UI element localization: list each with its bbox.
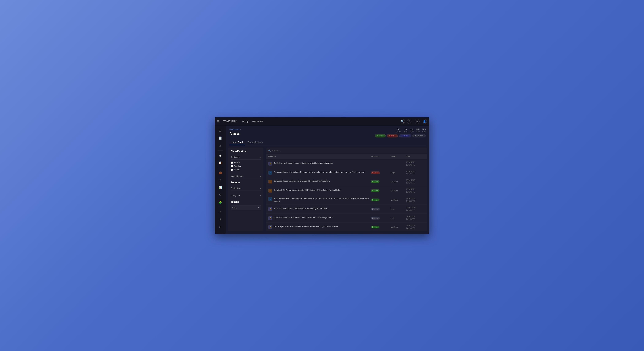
- sidebar-gear-icon[interactable]: ⚙: [217, 192, 223, 198]
- sentiment-cell: Bullish: [371, 198, 391, 201]
- impact-cell: Low: [391, 208, 406, 210]
- sidebar-hashtag-icon[interactable]: #: [217, 177, 223, 183]
- tokens-filter-dropdown[interactable]: Filter ▾: [230, 205, 261, 210]
- neutral-label: Neutral: [234, 168, 240, 171]
- headline-cell: ◈ Amid market sell-off triggered by Deep…: [268, 197, 371, 202]
- sentiment-filters: BULLISH BEARISH HI-IMPACT EX-MAJORS: [375, 134, 426, 137]
- bullish-label: Bullish: [234, 161, 240, 164]
- filter-bearish[interactable]: BEARISH: [387, 134, 398, 137]
- hamburger-menu[interactable]: ☰: [217, 120, 220, 123]
- sidebar-send-icon[interactable]: ➤: [217, 224, 223, 230]
- bearish-checkbox-item[interactable]: Bearish: [230, 164, 261, 168]
- market-impact-label: Market Impact: [230, 175, 243, 177]
- time-filter-90d[interactable]: 90D QTD: [416, 128, 420, 133]
- sidebar-file-icon[interactable]: 📄: [217, 135, 223, 141]
- filter-bullish[interactable]: BULLISH: [375, 134, 386, 137]
- content-header: Dashboard / News 1D TODAY 7D: [226, 126, 429, 145]
- date-cell: 28/01/202514:25 UTC: [406, 215, 424, 221]
- sentiment-badge: Bearish: [371, 171, 380, 174]
- publications-filter-group: Publications ▾: [230, 186, 261, 191]
- bullish-checkbox[interactable]: [230, 162, 233, 164]
- source-icon: ⚡: [268, 225, 272, 229]
- headline-text: Blockchain technology needs to become in…: [274, 162, 333, 164]
- headline-text: Dark Knight & Superman writer launches A…: [274, 225, 338, 228]
- date-cell: 28/01/202515:10 UTC: [406, 188, 424, 193]
- tokens-dropdown-chevron: ▾: [258, 206, 259, 209]
- sentiment-badge: Bullish: [371, 226, 380, 228]
- bearish-label: Bearish: [234, 165, 241, 167]
- dashboard-link[interactable]: Dashboard: [252, 120, 263, 123]
- top-nav: ☰ TOKENPRO Pricing Dashboard 🔍 ℹ ☀ 👤: [215, 117, 429, 126]
- categories-label: Categories: [230, 194, 240, 197]
- headline-text: Coinbase Receives Approval to Expand Ser…: [274, 180, 330, 182]
- header-right: 1D TODAY 7D WTD 30D MTD: [375, 128, 426, 137]
- date-cell: 28/01/202515:10 UTC: [406, 170, 424, 175]
- sentiment-filter-header[interactable]: Sentiment ▲: [230, 155, 261, 160]
- filter-ex-majors[interactable]: EX-MAJORS: [412, 134, 426, 137]
- table-row[interactable]: ⬡ CoinDesk 20 Performance Update: XRP Ga…: [266, 186, 427, 195]
- table-row[interactable]: ⚡ Blockchain technology needs to become …: [266, 159, 427, 168]
- impact-cell: Medium: [391, 189, 406, 192]
- neutral-checkbox[interactable]: [230, 169, 233, 171]
- sidebar-briefcase-icon[interactable]: 💼: [217, 170, 223, 176]
- headline-text: Sonic TVL rises 66% to $253M since rebra…: [274, 207, 328, 210]
- table-header: Headline Sentiment Impact Date: [266, 154, 427, 159]
- sidebar-divider-2: [218, 168, 223, 168]
- impact-cell: Medium: [391, 180, 406, 183]
- app-logo: TOKENPRO: [223, 120, 237, 123]
- source-icon: ⬡: [268, 180, 272, 183]
- categories-header[interactable]: Categories ▾: [230, 193, 261, 198]
- time-filter-30d[interactable]: 30D MTD: [410, 128, 414, 133]
- market-impact-filter-group: Market Impact ▾: [230, 174, 261, 179]
- publications-header[interactable]: Publications ▾: [230, 186, 261, 191]
- sentiment-badge: Bullish: [371, 198, 380, 201]
- source-icon: ⚡: [268, 162, 272, 166]
- time-filter-12m[interactable]: 12M YTD: [422, 128, 426, 133]
- sidebar-target-icon[interactable]: ◎: [217, 142, 223, 149]
- bullish-checkbox-item[interactable]: Bullish: [230, 161, 261, 164]
- market-impact-filter-header[interactable]: Market Impact ▾: [230, 174, 261, 179]
- sentiment-cell: Bullish: [371, 225, 391, 228]
- search-bar-icon: 🔍: [268, 149, 271, 152]
- table-row[interactable]: ⚡ OpenSea faces backlash over 'OS2' priv…: [266, 214, 427, 223]
- search-input[interactable]: [272, 149, 424, 152]
- tab-news-feed[interactable]: News Feed: [230, 140, 245, 145]
- brightness-icon[interactable]: ☀: [414, 119, 420, 124]
- sentiment-cell: Bullish: [371, 189, 391, 192]
- time-filter-7d[interactable]: 7D WTD: [404, 128, 408, 133]
- sentiment-chevron-up: ▲: [259, 156, 261, 158]
- sidebar-puzzle-icon[interactable]: 🧩: [217, 199, 223, 205]
- neutral-checkbox-item[interactable]: Neutral: [230, 168, 261, 171]
- impact-text: Low: [391, 217, 394, 219]
- time-filter-1d[interactable]: 1D TODAY: [396, 128, 401, 133]
- search-bar: 🔍: [266, 148, 427, 154]
- app-window: ☰ TOKENPRO Pricing Dashboard 🔍 ℹ ☀ 👤 ⊞ 📄…: [215, 117, 429, 234]
- source-icon: ⬡: [268, 189, 272, 193]
- sidebar-document-icon[interactable]: 📋: [217, 160, 223, 166]
- search-icon[interactable]: 🔍: [400, 119, 405, 124]
- headline-cell: ⬡ Coinbase Receives Approval to Expand S…: [268, 180, 371, 183]
- impact-text: Medium: [391, 199, 398, 201]
- info-icon[interactable]: ℹ: [407, 119, 412, 124]
- breadcrumb-link[interactable]: Dashboard: [230, 128, 239, 131]
- table-row[interactable]: ⬡ Coinbase Receives Approval to Expand S…: [266, 177, 427, 186]
- bearish-checkbox[interactable]: [230, 165, 233, 167]
- headline-cell: ⬡ CoinDesk 20 Performance Update: XRP Ga…: [268, 189, 371, 193]
- sentiment-cell: Neutral: [371, 208, 391, 210]
- publications-label: Publications: [230, 187, 241, 189]
- date-cell: 28/01/202515:10 UTC: [406, 161, 424, 166]
- sidebar-grid-icon[interactable]: ⊞: [217, 128, 223, 134]
- sidebar-dollar-icon[interactable]: $: [217, 216, 223, 223]
- pricing-link[interactable]: Pricing: [242, 120, 248, 123]
- sidebar-external-icon[interactable]: ↗: [217, 209, 223, 215]
- headline-cell: ⚡ Sonic TVL rises 66% to $253M since reb…: [268, 207, 371, 211]
- filter-hi-impact[interactable]: HI-IMPACT: [399, 134, 411, 137]
- user-icon[interactable]: 👤: [422, 119, 427, 124]
- table-row[interactable]: ◈ Amid market sell-off triggered by Deep…: [266, 195, 427, 204]
- sidebar-activity-icon[interactable]: ◉: [217, 152, 223, 158]
- sidebar-chart-icon[interactable]: 📊: [217, 184, 223, 191]
- table-row[interactable]: ⚡ Dark Knight & Superman writer launches…: [266, 223, 427, 231]
- tab-token-mentions[interactable]: Token Mentions: [245, 140, 265, 145]
- table-row[interactable]: ◈ French authorities investigate Binance…: [266, 168, 427, 177]
- table-row[interactable]: ⚡ Sonic TVL rises 66% to $253M since reb…: [266, 205, 427, 214]
